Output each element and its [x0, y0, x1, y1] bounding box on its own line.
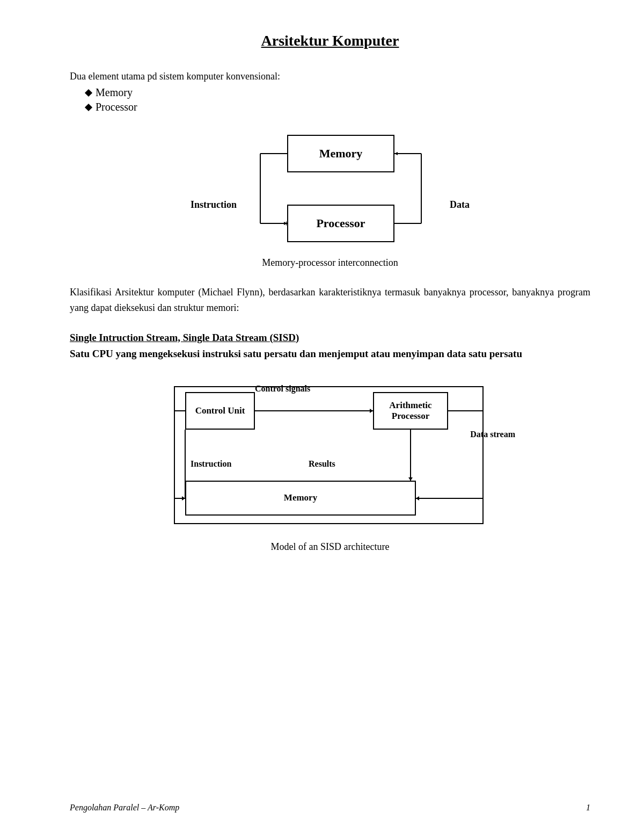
diagram2-arrows: [142, 376, 518, 537]
bullet-processor: Processor: [86, 101, 590, 113]
sisd-heading: Single Intruction Stream, Single Data St…: [70, 332, 590, 344]
diagram1-caption: Memory-processor interconnection: [262, 257, 398, 269]
diagram2: Control Unit Arithmetic Processor Memory…: [142, 376, 518, 537]
diagram1-container: Memory Processor Instruction Data Memo: [70, 129, 590, 269]
page-title: Arsitektur Komputer: [70, 32, 590, 49]
svg-marker-10: [370, 409, 373, 413]
footer-right: 1: [586, 803, 590, 813]
sisd-subheading: Satu CPU yang mengeksekusi instruksi sat…: [70, 348, 590, 360]
diagram1: Memory Processor Instruction Data: [191, 129, 470, 253]
svg-marker-23: [416, 496, 419, 501]
svg-marker-8: [394, 152, 398, 155]
diagram2-caption: Model of an SISD architecture: [271, 541, 390, 553]
diamond-icon: [85, 89, 92, 96]
intro-text: Dua element utama pd sistem komputer kon…: [70, 71, 590, 82]
footer-left: Pengolahan Paralel – Ar-Komp: [70, 803, 179, 813]
bullet-memory: Memory: [86, 86, 590, 99]
diagram2-container: Control Unit Arithmetic Processor Memory…: [70, 376, 590, 553]
svg-marker-19: [408, 477, 413, 481]
classification-text: Klasifikasi Arsitektur komputer (Michael…: [70, 285, 590, 316]
footer: Pengolahan Paralel – Ar-Komp 1: [70, 803, 590, 813]
diagram1-arrows: [191, 129, 470, 253]
svg-rect-11: [174, 387, 483, 524]
bullet-list: Memory Processor: [70, 86, 590, 113]
diamond-icon-2: [85, 103, 92, 111]
